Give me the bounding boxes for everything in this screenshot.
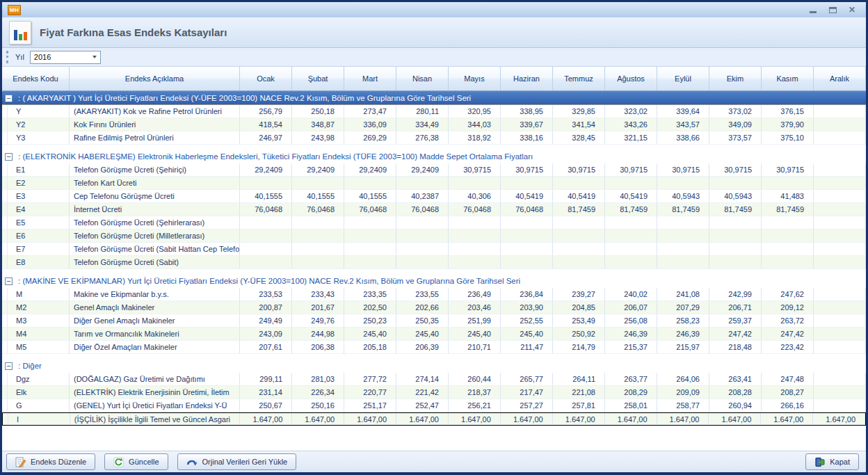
value-cell-ekim: 247,42 xyxy=(709,328,762,341)
column-header-endeks-açıklama[interactable]: Endeks Açıklama xyxy=(70,67,240,90)
grid-row-M[interactable]: MMakine ve Ekipmanlar b.y.s.233,53233,43… xyxy=(2,288,866,301)
value-cell-nisan xyxy=(396,243,449,256)
value-cell-nisan: 252,47 xyxy=(396,399,449,412)
close-icon[interactable]: ✕ xyxy=(846,5,858,15)
value-cell-ocak: 250,67 xyxy=(240,399,292,412)
grid-row-Y[interactable]: Y(AKARYAKIT) Kok ve Rafine Petrol Ürünle… xyxy=(2,105,866,118)
collapse-icon[interactable]: − xyxy=(5,95,13,102)
column-header-mayıs[interactable]: Mayıs xyxy=(449,67,501,90)
grid-row-E4[interactable]: E4İnternet Ücreti76,046876,046876,046876… xyxy=(2,203,866,216)
column-header-kasım[interactable]: Kasım xyxy=(762,67,814,90)
row-indent xyxy=(2,399,8,412)
value-cell-ağustos xyxy=(605,256,657,269)
grid-row-M5[interactable]: M5Diğer Özel Amaçları Makineler207,61206… xyxy=(2,341,866,354)
value-cell-aralık xyxy=(814,131,866,145)
application-window: MH ✕ Fiyat Farkına Esas Endeks Katsayıla… xyxy=(0,0,868,475)
value-cell-ekim xyxy=(709,216,762,230)
column-header-temmuz[interactable]: Temmuz xyxy=(553,67,605,90)
value-cell-haziran xyxy=(501,216,553,230)
endeks-kodu-cell: Y2 xyxy=(8,118,70,131)
collapse-icon[interactable]: − xyxy=(5,277,13,285)
endeks-kodu-cell: M5 xyxy=(8,341,70,354)
year-combobox[interactable]: 2016 xyxy=(30,51,101,64)
grid-row-Elk[interactable]: Elk(ELEKTRİK) Elektrik Enerjisinin Üreti… xyxy=(2,386,866,399)
column-header-ocak[interactable]: Ocak xyxy=(240,67,292,90)
value-cell-ocak: 207,61 xyxy=(240,341,292,354)
grid-row-E5[interactable]: E5Telefon Görüşme Ücreti (Şehirlerarası) xyxy=(2,216,866,230)
column-header-ağustos[interactable]: Ağustos xyxy=(605,67,657,90)
column-header-mart[interactable]: Mart xyxy=(344,67,396,90)
value-cell-kasım: 208,27 xyxy=(762,386,814,399)
collapse-icon[interactable]: − xyxy=(5,362,13,370)
column-header-endeks-kodu[interactable]: Endeks Kodu xyxy=(2,67,70,90)
value-cell-ağustos: 1.647,00 xyxy=(605,413,657,425)
endeks-aciklama-cell: İnternet Ücreti xyxy=(70,203,240,216)
minimize-icon[interactable] xyxy=(807,5,819,15)
value-cell-mayıs xyxy=(449,243,501,256)
value-cell-haziran: 76,0468 xyxy=(501,203,553,216)
grid-row-E1[interactable]: E1Telefon Görüşme Ücreti (Şehiriçi)29,24… xyxy=(2,163,866,177)
value-cell-şubat: 226,34 xyxy=(292,386,344,399)
value-cell-aralık xyxy=(814,216,866,230)
value-cell-eylül: 40,5943 xyxy=(657,190,709,203)
column-header-nisan[interactable]: Nisan xyxy=(396,67,449,90)
value-cell-eylül: 241,08 xyxy=(657,288,709,301)
endeks-kodu-cell: E8 xyxy=(8,256,70,269)
value-cell-aralık xyxy=(814,373,866,386)
value-cell-mart: 251,17 xyxy=(344,399,396,412)
value-cell-nisan xyxy=(396,230,449,243)
orjinal-verileri-geri-yukle-button[interactable]: Orjinal Verileri Geri Yükle xyxy=(177,453,297,470)
column-header-haziran[interactable]: Haziran xyxy=(501,67,553,90)
endeks-kodu-cell: M3 xyxy=(8,314,70,328)
group-header-row[interactable]: −: ( AKARYAKIT ) Yurt İçi Üretici Fiyatl… xyxy=(2,91,866,105)
value-cell-eylül: 215,97 xyxy=(657,341,709,354)
value-cell-ekim: 260,94 xyxy=(709,399,762,412)
grid-row-M2[interactable]: M2Genel Amaçlı Makineler200,87201,67202,… xyxy=(2,301,866,314)
chevron-down-icon[interactable] xyxy=(90,56,100,58)
grid-row-I[interactable]: I(İŞÇİLİK) İşçilikle İlgili Temel ve Gün… xyxy=(2,412,866,426)
grid-row-Y2[interactable]: Y2Kok Fırını Ürünleri418,54348,87336,093… xyxy=(2,118,866,131)
group-header-row[interactable]: −: Diğer xyxy=(2,359,866,373)
grid-row-E6[interactable]: E6Telefon Görüşme Ücreti (Milletlerarası… xyxy=(2,230,866,243)
endeks-kodu-cell: M2 xyxy=(8,301,70,314)
maximize-icon[interactable] xyxy=(827,5,838,15)
grid-row-E2[interactable]: E2Telefon Kart Ücreti xyxy=(2,177,866,190)
value-cell-ocak: 249,49 xyxy=(240,314,292,328)
value-cell-nisan: 276,38 xyxy=(396,131,449,145)
grid-row-E3[interactable]: E3Cep Telefonu Görüşme Ücreti40,155540,1… xyxy=(2,190,866,203)
value-cell-temmuz: 329,85 xyxy=(553,105,605,118)
value-cell-aralık xyxy=(814,177,866,190)
value-cell-şubat: 281,03 xyxy=(292,373,344,386)
group-header-row[interactable]: −: (ELEKTRONİK HABERLEŞME) Elektronik Ha… xyxy=(2,150,866,163)
value-cell-mayıs: 260,44 xyxy=(449,373,501,386)
value-cell-haziran: 245,40 xyxy=(501,328,553,341)
value-cell-mart: 233,35 xyxy=(344,288,396,301)
grid-row-Dgz[interactable]: Dgz(DOĞALGAZ) Gaz Üretimi ve Dağıtımı299… xyxy=(2,373,866,386)
endeks-aciklama-cell: Diğer Genel Amaçlı Makineler xyxy=(70,314,240,328)
group-header-row[interactable]: −: (MAKİNE VE EKİPMANLAR) Yurt İçi Üreti… xyxy=(2,274,866,288)
column-header-aralık[interactable]: Aralık xyxy=(814,67,866,90)
column-header-ekim[interactable]: Ekim xyxy=(709,67,762,90)
column-header-şubat[interactable]: Şubat xyxy=(292,67,344,90)
year-label: Yıl xyxy=(13,53,26,61)
value-cell-kasım: 375,10 xyxy=(762,131,814,145)
value-cell-ekim: 373,57 xyxy=(709,131,762,145)
grid-row-E8[interactable]: E8Telefon Görüşme Ücreti (Sabit) xyxy=(2,256,866,269)
guncelle-button[interactable]: Güncelle xyxy=(104,453,168,470)
grid-header: Endeks KoduEndeks AçıklamaOcakŞubatMartN… xyxy=(2,67,866,91)
value-cell-şubat: 76,0468 xyxy=(292,203,344,216)
value-cell-eylül: 258,77 xyxy=(657,399,709,412)
grid-row-M3[interactable]: M3Diğer Genel Amaçlı Makineler249,49249,… xyxy=(2,314,866,328)
collapse-icon[interactable]: − xyxy=(5,153,13,161)
endeks-duzenle-button[interactable]: Endeks Düzenle xyxy=(6,453,95,470)
grid-row-G[interactable]: G(GENEL) Yurt İçi Üretici Fiyatları Ende… xyxy=(2,399,866,412)
grid-row-E7[interactable]: E7Telefon Görüşme Ücreti (Sabit Hattan C… xyxy=(2,243,866,256)
value-cell-ekim: 1.647,00 xyxy=(709,413,761,425)
value-cell-mart: 29,2409 xyxy=(344,163,396,177)
value-cell-mayıs: 256,21 xyxy=(449,399,501,412)
value-cell-haziran: 1.647,00 xyxy=(501,413,553,425)
kapat-button[interactable]: Kapat xyxy=(805,453,859,470)
grid-row-M4[interactable]: M4Tarım ve Ormancılık Makineleri243,0924… xyxy=(2,328,866,341)
grid-row-Y3[interactable]: Y3Rafine Edilmiş Petrol Ürünleri246,9724… xyxy=(2,131,866,145)
column-header-eylül[interactable]: Eylül xyxy=(657,67,709,90)
